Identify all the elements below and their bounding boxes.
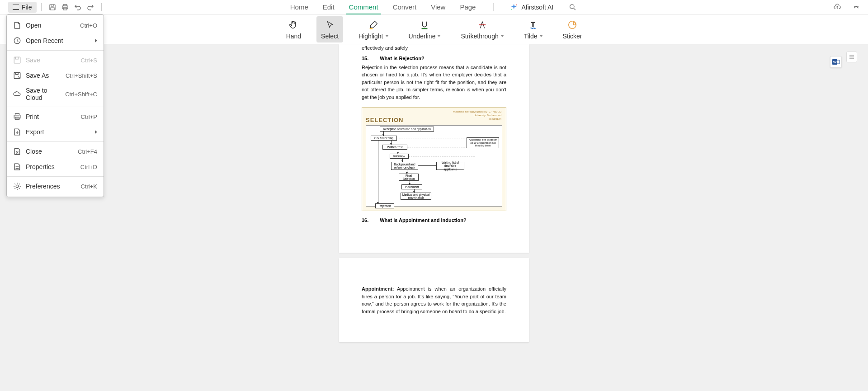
tilde-icon: T	[528, 20, 538, 30]
flowchart-box: Final Selection	[399, 174, 419, 181]
export-icon	[13, 128, 21, 136]
cursor-icon	[326, 20, 335, 29]
flowchart-box: Rejection	[375, 203, 394, 208]
hand-icon	[288, 20, 298, 30]
separator	[41, 3, 42, 11]
file-save-cloud[interactable]: Save to Cloud Ctrl+Shift+C	[7, 83, 104, 105]
file-preferences[interactable]: Preferences Ctrl+K	[7, 179, 104, 194]
hamburger-icon	[13, 5, 19, 10]
question-heading-15: 15. What is Rejection?	[362, 56, 506, 61]
sticker-tool[interactable]: Sticker	[558, 16, 587, 42]
side-panel-toggle[interactable]	[846, 52, 857, 62]
document-viewport[interactable]: effectively and safely. 15. What is Reje…	[0, 44, 868, 391]
separator	[7, 107, 104, 107]
body-text: effectively and safely.	[362, 44, 506, 52]
highlight-label: Highlight	[359, 33, 383, 40]
flowchart-box: Interview	[390, 154, 409, 159]
underline-tool[interactable]: Underline	[404, 16, 446, 42]
tilde-tool[interactable]: T Tilde	[519, 16, 547, 42]
menu-home[interactable]: Home	[289, 0, 309, 14]
flowchart-box: Waiting list of desirable applicants	[436, 162, 464, 170]
heading-text: What is Appointment and Induction?	[380, 217, 466, 223]
chevron-down-icon	[385, 35, 389, 37]
body-text: Appointment: Appointment is when an orga…	[362, 285, 506, 315]
comment-toolbar: Hand Select Highlight Underline Striketh…	[0, 14, 868, 44]
strikethrough-tool[interactable]: Strikethrough	[456, 16, 508, 42]
file-dropdown-menu: Open Ctrl+O Open Recent Save Ctrl+S Save…	[6, 14, 104, 197]
word-export-button[interactable]: W	[830, 56, 842, 68]
select-tool[interactable]: Select	[316, 16, 343, 42]
close-file-icon	[13, 147, 21, 155]
menu-convert[interactable]: Convert	[392, 0, 418, 14]
print-icon-button[interactable]	[59, 1, 71, 14]
svg-point-3	[516, 4, 517, 5]
heading-number: 15.	[362, 56, 374, 61]
save-icon-button[interactable]	[46, 1, 59, 14]
file-properties[interactable]: Properties Ctrl+D	[7, 159, 104, 174]
collapse-button[interactable]	[850, 1, 863, 14]
save-icon	[13, 56, 21, 64]
select-label: Select	[321, 33, 339, 40]
document-page-1: effectively and safely. 15. What is Reje…	[339, 44, 529, 253]
menu-page[interactable]: Page	[459, 0, 476, 14]
body-text: Rejection in the selection process means…	[362, 64, 506, 101]
gear-icon	[13, 182, 21, 190]
undo-icon	[74, 4, 81, 11]
separator	[7, 50, 104, 51]
cloud-icon	[13, 90, 21, 98]
file-close[interactable]: Close Ctrl+F4	[7, 144, 104, 159]
chevron-right-icon	[95, 39, 97, 42]
svg-point-4	[511, 9, 512, 9]
separator	[7, 141, 104, 142]
hand-tool[interactable]: Hand	[282, 16, 306, 42]
cloud-button[interactable]	[831, 1, 844, 14]
chevron-down-icon	[437, 35, 441, 37]
menu-edit[interactable]: Edit	[322, 0, 335, 14]
ai-button[interactable]: Afirstsoft AI	[509, 3, 553, 11]
flowchart-box: Applicants' exit process/ job or organiz…	[467, 137, 499, 148]
redo-button[interactable]	[84, 1, 97, 14]
underline-icon	[420, 20, 429, 30]
chevron-down-icon	[500, 35, 504, 37]
flowchart-box: Written Test	[382, 145, 407, 150]
svg-point-5	[570, 5, 574, 9]
flowchart-box: C.V Screening	[371, 136, 397, 141]
chevron-up-icon	[853, 4, 860, 11]
search-button[interactable]	[566, 1, 579, 14]
svg-rect-10	[837, 60, 840, 64]
file-open-recent[interactable]: Open Recent	[7, 33, 104, 48]
file-save-as[interactable]: Save As Ctrl+Shift+S	[7, 68, 104, 83]
svg-point-16	[16, 185, 19, 188]
clock-icon	[13, 37, 21, 45]
separator	[7, 176, 104, 177]
main-menu-bar: Home Edit Comment Convert View Page Afir…	[289, 0, 579, 14]
search-icon	[569, 4, 576, 10]
save-icon	[49, 4, 56, 11]
top-right-controls	[831, 1, 863, 14]
strikethrough-label: Strikethrough	[461, 33, 498, 40]
highlight-icon	[368, 20, 378, 30]
file-print[interactable]: Print Ctrl+P	[7, 109, 104, 124]
highlight-tool[interactable]: Highlight	[354, 16, 393, 42]
svg-rect-12	[14, 57, 20, 63]
svg-text:W: W	[833, 60, 837, 64]
selection-flowchart-figure: Materials are copyrighted by 07-Nov-23 U…	[362, 107, 506, 211]
flowchart-box: Reception of resume and application	[380, 127, 434, 132]
tilde-label: Tilde	[524, 33, 538, 40]
file-menu-button[interactable]: File	[8, 2, 37, 13]
flowchart-canvas: Reception of resume and application C.V …	[366, 125, 502, 207]
flowchart-box: Placement	[401, 184, 422, 189]
heading-number: 16.	[362, 217, 374, 223]
separator	[101, 3, 102, 11]
sparkle-icon	[509, 3, 518, 11]
menu-comment[interactable]: Comment	[348, 0, 379, 14]
separator	[493, 3, 493, 11]
sticker-icon	[567, 20, 577, 30]
question-heading-16: 16. What is Appointment and Induction?	[362, 217, 506, 223]
file-export[interactable]: Export	[7, 124, 104, 140]
underline-label: Underline	[409, 33, 436, 40]
print-icon	[13, 113, 21, 121]
menu-view[interactable]: View	[430, 0, 446, 14]
undo-button[interactable]	[71, 1, 84, 14]
file-open[interactable]: Open Ctrl+O	[7, 18, 104, 33]
